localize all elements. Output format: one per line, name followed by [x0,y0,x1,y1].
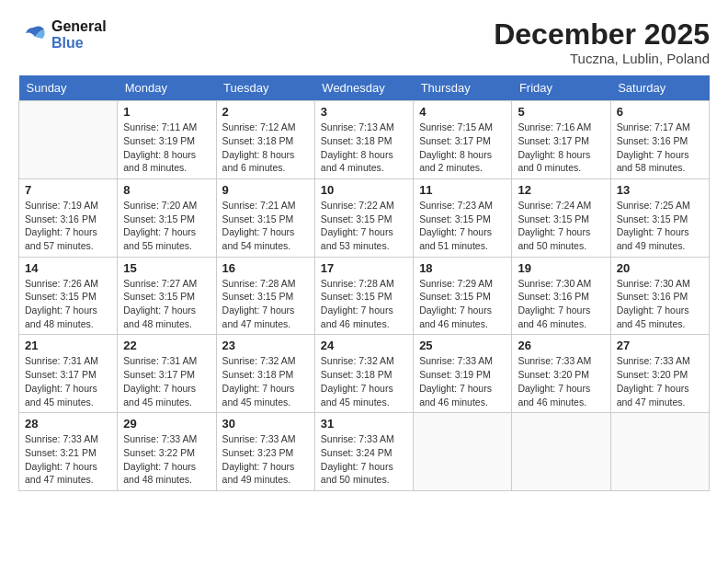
table-cell: 15 Sunrise: 7:27 AM Sunset: 3:15 PM Dayl… [118,257,216,335]
page-header: General Blue December 2025 Tuczna, Lubli… [18,18,710,66]
day-number: 16 [222,261,309,275]
week-row-4: 21 Sunrise: 7:31 AM Sunset: 3:17 PM Dayl… [19,335,710,413]
day-number: 14 [25,261,111,275]
location: Tuczna, Lublin, Poland [494,51,710,66]
table-cell [19,101,118,179]
day-number: 12 [518,183,604,197]
day-number: 1 [123,105,210,119]
day-info: Sunrise: 7:20 AM Sunset: 3:15 PM Dayligh… [123,199,210,253]
day-number: 28 [25,417,111,431]
day-number: 3 [321,105,407,119]
table-cell: 3 Sunrise: 7:13 AM Sunset: 3:18 PM Dayli… [314,101,413,179]
day-number: 6 [617,105,703,119]
calendar-table: Sunday Monday Tuesday Wednesday Thursday… [18,75,710,491]
day-info: Sunrise: 7:19 AM Sunset: 3:16 PM Dayligh… [25,199,111,253]
logo: General Blue [18,18,107,52]
col-friday: Friday [512,75,610,101]
table-cell: 18 Sunrise: 7:29 AM Sunset: 3:15 PM Dayl… [414,257,512,335]
table-cell: 19 Sunrise: 7:30 AM Sunset: 3:16 PM Dayl… [512,257,610,335]
day-info: Sunrise: 7:33 AM Sunset: 3:24 PM Dayligh… [321,432,407,487]
table-cell: 24 Sunrise: 7:32 AM Sunset: 3:18 PM Dayl… [314,335,413,413]
day-number: 9 [222,183,309,197]
day-number: 27 [617,339,703,352]
day-info: Sunrise: 7:33 AM Sunset: 3:19 PM Dayligh… [419,354,506,408]
day-number: 23 [222,339,309,352]
table-cell: 20 Sunrise: 7:30 AM Sunset: 3:16 PM Dayl… [610,257,709,335]
day-number: 4 [419,105,506,119]
day-number: 18 [419,261,506,275]
col-monday: Monday [118,75,216,101]
week-row-3: 14 Sunrise: 7:26 AM Sunset: 3:15 PM Dayl… [19,257,710,335]
table-cell: 22 Sunrise: 7:31 AM Sunset: 3:17 PM Dayl… [118,335,216,413]
day-info: Sunrise: 7:12 AM Sunset: 3:18 PM Dayligh… [222,121,309,175]
logo-bird-icon [18,20,48,50]
col-thursday: Thursday [414,75,512,101]
week-row-1: 1 Sunrise: 7:11 AM Sunset: 3:19 PM Dayli… [19,101,710,179]
day-info: Sunrise: 7:28 AM Sunset: 3:15 PM Dayligh… [321,277,407,331]
logo-general: General [51,18,107,34]
col-wednesday: Wednesday [314,75,413,101]
day-info: Sunrise: 7:16 AM Sunset: 3:17 PM Dayligh… [518,121,604,175]
day-info: Sunrise: 7:26 AM Sunset: 3:15 PM Dayligh… [25,277,111,331]
day-number: 19 [518,261,604,275]
day-info: Sunrise: 7:23 AM Sunset: 3:15 PM Dayligh… [419,199,506,253]
day-info: Sunrise: 7:30 AM Sunset: 3:16 PM Dayligh… [518,277,604,331]
table-cell: 8 Sunrise: 7:20 AM Sunset: 3:15 PM Dayli… [118,178,216,257]
table-cell: 9 Sunrise: 7:21 AM Sunset: 3:15 PM Dayli… [216,178,314,257]
table-cell: 16 Sunrise: 7:28 AM Sunset: 3:15 PM Dayl… [216,257,314,335]
col-sunday: Sunday [19,75,118,101]
day-info: Sunrise: 7:17 AM Sunset: 3:16 PM Dayligh… [617,121,703,175]
table-cell: 26 Sunrise: 7:33 AM Sunset: 3:20 PM Dayl… [512,335,610,413]
day-number: 8 [123,183,210,197]
week-row-5: 28 Sunrise: 7:33 AM Sunset: 3:21 PM Dayl… [19,413,710,491]
day-info: Sunrise: 7:25 AM Sunset: 3:15 PM Dayligh… [617,199,703,253]
day-number: 31 [321,417,407,431]
table-cell: 10 Sunrise: 7:22 AM Sunset: 3:15 PM Dayl… [314,178,413,257]
day-number: 26 [518,339,604,352]
title-block: December 2025 Tuczna, Lublin, Poland [494,18,710,66]
day-info: Sunrise: 7:27 AM Sunset: 3:15 PM Dayligh… [123,277,210,331]
day-info: Sunrise: 7:32 AM Sunset: 3:18 PM Dayligh… [321,354,407,408]
table-cell: 6 Sunrise: 7:17 AM Sunset: 3:16 PM Dayli… [610,101,709,179]
day-number: 21 [25,339,111,352]
day-info: Sunrise: 7:24 AM Sunset: 3:15 PM Dayligh… [518,199,604,253]
table-cell: 31 Sunrise: 7:33 AM Sunset: 3:24 PM Dayl… [314,413,413,491]
day-number: 10 [321,183,407,197]
table-cell: 12 Sunrise: 7:24 AM Sunset: 3:15 PM Dayl… [512,178,610,257]
month-year: December 2025 [494,18,710,51]
day-info: Sunrise: 7:28 AM Sunset: 3:15 PM Dayligh… [222,277,309,331]
calendar-header-row: Sunday Monday Tuesday Wednesday Thursday… [19,75,710,101]
table-cell: 28 Sunrise: 7:33 AM Sunset: 3:21 PM Dayl… [19,413,118,491]
table-cell: 27 Sunrise: 7:33 AM Sunset: 3:20 PM Dayl… [610,335,709,413]
day-info: Sunrise: 7:33 AM Sunset: 3:20 PM Dayligh… [617,354,703,408]
col-saturday: Saturday [610,75,709,101]
logo-blue: Blue [51,35,84,51]
table-cell: 14 Sunrise: 7:26 AM Sunset: 3:15 PM Dayl… [19,257,118,335]
day-info: Sunrise: 7:13 AM Sunset: 3:18 PM Dayligh… [321,121,407,175]
table-cell [414,413,512,491]
day-number: 30 [222,417,309,431]
day-number: 7 [25,183,111,197]
day-number: 20 [617,261,703,275]
day-number: 17 [321,261,407,275]
table-cell: 11 Sunrise: 7:23 AM Sunset: 3:15 PM Dayl… [414,178,512,257]
day-info: Sunrise: 7:22 AM Sunset: 3:15 PM Dayligh… [321,199,407,253]
table-cell: 2 Sunrise: 7:12 AM Sunset: 3:18 PM Dayli… [216,101,314,179]
table-cell: 23 Sunrise: 7:32 AM Sunset: 3:18 PM Dayl… [216,335,314,413]
table-cell: 7 Sunrise: 7:19 AM Sunset: 3:16 PM Dayli… [19,178,118,257]
day-info: Sunrise: 7:33 AM Sunset: 3:23 PM Dayligh… [222,432,309,487]
table-cell [610,413,709,491]
day-number: 11 [419,183,506,197]
table-cell: 13 Sunrise: 7:25 AM Sunset: 3:15 PM Dayl… [610,178,709,257]
day-info: Sunrise: 7:32 AM Sunset: 3:18 PM Dayligh… [222,354,309,408]
day-info: Sunrise: 7:30 AM Sunset: 3:16 PM Dayligh… [617,277,703,331]
table-cell: 17 Sunrise: 7:28 AM Sunset: 3:15 PM Dayl… [314,257,413,335]
day-info: Sunrise: 7:33 AM Sunset: 3:22 PM Dayligh… [123,432,210,487]
day-number: 2 [222,105,309,119]
table-cell: 25 Sunrise: 7:33 AM Sunset: 3:19 PM Dayl… [414,335,512,413]
table-cell: 1 Sunrise: 7:11 AM Sunset: 3:19 PM Dayli… [118,101,216,179]
day-info: Sunrise: 7:33 AM Sunset: 3:21 PM Dayligh… [25,432,111,487]
day-number: 25 [419,339,506,352]
day-number: 22 [123,339,210,352]
day-number: 5 [518,105,604,119]
